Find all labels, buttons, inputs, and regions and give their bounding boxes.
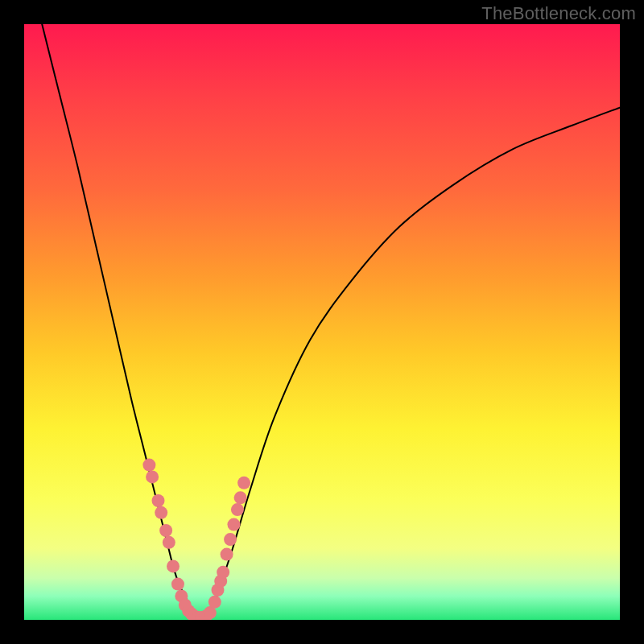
marker-point bbox=[171, 578, 184, 591]
marker-point bbox=[208, 596, 221, 609]
marker-cluster bbox=[142, 459, 250, 620]
chart-frame: TheBottleneck.com bbox=[0, 0, 644, 644]
plot-background-gradient bbox=[24, 24, 620, 620]
marker-point bbox=[234, 491, 247, 504]
marker-point bbox=[231, 503, 244, 516]
marker-point bbox=[163, 536, 175, 549]
marker-point bbox=[152, 494, 165, 507]
marker-point bbox=[224, 533, 237, 546]
watermark-text: TheBottleneck.com bbox=[481, 3, 636, 24]
marker-point bbox=[142, 459, 155, 472]
marker-point bbox=[237, 477, 250, 489]
marker-point bbox=[217, 566, 229, 579]
curve-layer bbox=[24, 24, 620, 620]
marker-point bbox=[159, 524, 172, 537]
marker-point bbox=[167, 559, 180, 572]
marker-point bbox=[155, 506, 167, 519]
marker-point bbox=[146, 470, 159, 483]
marker-point bbox=[221, 548, 233, 561]
v-curve-path bbox=[42, 24, 620, 620]
bottleneck-v-curve bbox=[42, 24, 620, 620]
marker-point bbox=[227, 518, 240, 531]
